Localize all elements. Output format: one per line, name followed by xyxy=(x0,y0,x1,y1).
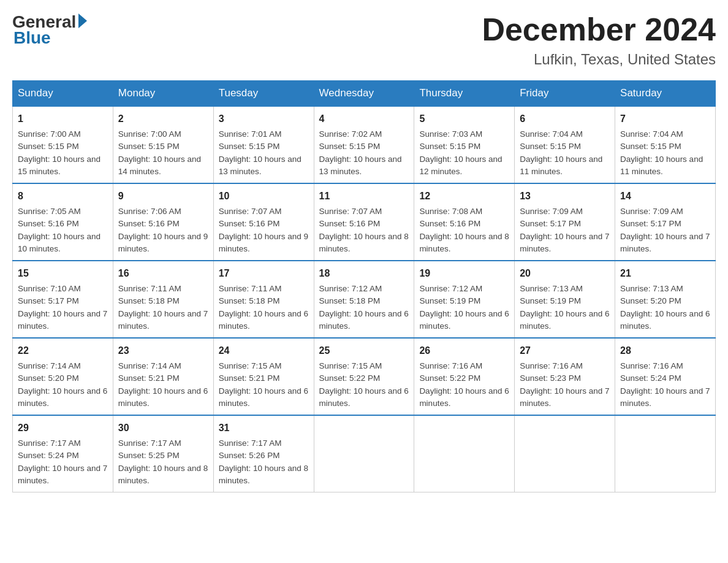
calendar-week-row: 8Sunrise: 7:05 AMSunset: 5:16 PMDaylight… xyxy=(13,183,716,261)
calendar-day-cell: 12Sunrise: 7:08 AMSunset: 5:16 PMDayligh… xyxy=(414,183,515,261)
calendar-header-tuesday: Tuesday xyxy=(213,81,314,107)
calendar-week-row: 22Sunrise: 7:14 AMSunset: 5:20 PMDayligh… xyxy=(13,338,716,415)
calendar-day-cell: 27Sunrise: 7:16 AMSunset: 5:23 PMDayligh… xyxy=(515,338,615,415)
calendar-day-cell: 29Sunrise: 7:17 AMSunset: 5:24 PMDayligh… xyxy=(13,415,113,492)
calendar-day-cell xyxy=(615,415,716,492)
day-number: 5 xyxy=(419,112,509,126)
calendar-header-saturday: Saturday xyxy=(615,81,716,107)
day-number: 10 xyxy=(219,189,309,204)
day-number: 29 xyxy=(18,421,108,435)
day-number: 18 xyxy=(319,266,409,281)
calendar-day-cell: 28Sunrise: 7:16 AMSunset: 5:24 PMDayligh… xyxy=(615,338,716,415)
day-number: 20 xyxy=(520,266,610,281)
day-number: 24 xyxy=(219,343,309,358)
calendar-day-cell: 14Sunrise: 7:09 AMSunset: 5:17 PMDayligh… xyxy=(615,183,716,261)
day-info: Sunrise: 7:09 AMSunset: 5:17 PMDaylight:… xyxy=(620,207,710,253)
day-info: Sunrise: 7:03 AMSunset: 5:15 PMDaylight:… xyxy=(419,129,502,176)
page-header: General Blue December 2024 Lufkin, Texas… xyxy=(12,12,716,68)
day-number: 26 xyxy=(419,343,509,358)
calendar-header-row: SundayMondayTuesdayWednesdayThursdayFrid… xyxy=(13,81,716,107)
day-info: Sunrise: 7:01 AMSunset: 5:15 PMDaylight:… xyxy=(219,129,301,176)
day-info: Sunrise: 7:00 AMSunset: 5:15 PMDaylight:… xyxy=(18,129,100,176)
day-info: Sunrise: 7:17 AMSunset: 5:25 PMDaylight:… xyxy=(118,439,208,485)
calendar-day-cell: 18Sunrise: 7:12 AMSunset: 5:18 PMDayligh… xyxy=(314,261,414,338)
calendar-week-row: 29Sunrise: 7:17 AMSunset: 5:24 PMDayligh… xyxy=(13,415,716,492)
calendar-header-wednesday: Wednesday xyxy=(314,81,414,107)
calendar-day-cell: 13Sunrise: 7:09 AMSunset: 5:17 PMDayligh… xyxy=(515,183,615,261)
day-info: Sunrise: 7:14 AMSunset: 5:21 PMDaylight:… xyxy=(118,361,208,408)
day-info: Sunrise: 7:16 AMSunset: 5:22 PMDaylight:… xyxy=(419,361,509,408)
day-number: 14 xyxy=(620,189,710,204)
day-info: Sunrise: 7:13 AMSunset: 5:20 PMDaylight:… xyxy=(620,284,710,331)
day-number: 28 xyxy=(620,343,710,358)
day-info: Sunrise: 7:12 AMSunset: 5:18 PMDaylight:… xyxy=(319,284,409,331)
calendar-header-friday: Friday xyxy=(515,81,615,107)
day-info: Sunrise: 7:12 AMSunset: 5:19 PMDaylight:… xyxy=(419,284,509,331)
day-number: 8 xyxy=(18,189,108,204)
calendar-day-cell: 10Sunrise: 7:07 AMSunset: 5:16 PMDayligh… xyxy=(213,183,314,261)
day-number: 17 xyxy=(219,266,309,281)
day-number: 31 xyxy=(219,421,309,435)
day-info: Sunrise: 7:13 AMSunset: 5:19 PMDaylight:… xyxy=(520,284,609,331)
calendar-header-thursday: Thursday xyxy=(414,81,515,107)
calendar-day-cell: 4Sunrise: 7:02 AMSunset: 5:15 PMDaylight… xyxy=(314,106,414,183)
logo: General Blue xyxy=(12,12,87,48)
day-info: Sunrise: 7:02 AMSunset: 5:15 PMDaylight:… xyxy=(319,129,402,176)
calendar-header-sunday: Sunday xyxy=(13,81,113,107)
calendar-day-cell: 20Sunrise: 7:13 AMSunset: 5:19 PMDayligh… xyxy=(515,261,615,338)
day-number: 6 xyxy=(520,112,610,126)
day-info: Sunrise: 7:16 AMSunset: 5:24 PMDaylight:… xyxy=(620,361,710,408)
calendar-day-cell: 11Sunrise: 7:07 AMSunset: 5:16 PMDayligh… xyxy=(314,183,414,261)
day-info: Sunrise: 7:06 AMSunset: 5:16 PMDaylight:… xyxy=(118,207,208,253)
day-info: Sunrise: 7:08 AMSunset: 5:16 PMDaylight:… xyxy=(419,207,509,253)
calendar-day-cell: 21Sunrise: 7:13 AMSunset: 5:20 PMDayligh… xyxy=(615,261,716,338)
calendar-day-cell: 17Sunrise: 7:11 AMSunset: 5:18 PMDayligh… xyxy=(213,261,314,338)
calendar-day-cell: 24Sunrise: 7:15 AMSunset: 5:21 PMDayligh… xyxy=(213,338,314,415)
day-number: 22 xyxy=(18,343,108,358)
day-info: Sunrise: 7:05 AMSunset: 5:16 PMDaylight:… xyxy=(18,207,100,253)
day-number: 7 xyxy=(620,112,710,126)
day-number: 2 xyxy=(118,112,208,126)
day-info: Sunrise: 7:15 AMSunset: 5:22 PMDaylight:… xyxy=(319,361,409,408)
day-info: Sunrise: 7:07 AMSunset: 5:16 PMDaylight:… xyxy=(319,207,409,253)
day-number: 4 xyxy=(319,112,409,126)
calendar-day-cell xyxy=(414,415,515,492)
day-info: Sunrise: 7:16 AMSunset: 5:23 PMDaylight:… xyxy=(520,361,609,408)
day-number: 9 xyxy=(118,189,208,204)
day-info: Sunrise: 7:04 AMSunset: 5:15 PMDaylight:… xyxy=(520,129,602,176)
day-info: Sunrise: 7:14 AMSunset: 5:20 PMDaylight:… xyxy=(18,361,107,408)
day-number: 27 xyxy=(520,343,610,358)
day-number: 12 xyxy=(419,189,509,204)
logo-arrow-icon xyxy=(78,13,87,28)
calendar-day-cell: 30Sunrise: 7:17 AMSunset: 5:25 PMDayligh… xyxy=(113,415,213,492)
calendar-day-cell: 25Sunrise: 7:15 AMSunset: 5:22 PMDayligh… xyxy=(314,338,414,415)
day-info: Sunrise: 7:09 AMSunset: 5:17 PMDaylight:… xyxy=(520,207,609,253)
location-label: Lufkin, Texas, United States xyxy=(482,51,716,68)
title-section: December 2024 Lufkin, Texas, United Stat… xyxy=(482,12,716,68)
calendar-day-cell: 3Sunrise: 7:01 AMSunset: 5:15 PMDaylight… xyxy=(213,106,314,183)
day-number: 15 xyxy=(18,266,108,281)
day-info: Sunrise: 7:11 AMSunset: 5:18 PMDaylight:… xyxy=(118,284,208,331)
calendar-day-cell: 26Sunrise: 7:16 AMSunset: 5:22 PMDayligh… xyxy=(414,338,515,415)
calendar-day-cell: 5Sunrise: 7:03 AMSunset: 5:15 PMDaylight… xyxy=(414,106,515,183)
calendar-day-cell: 23Sunrise: 7:14 AMSunset: 5:21 PMDayligh… xyxy=(113,338,213,415)
calendar-week-row: 15Sunrise: 7:10 AMSunset: 5:17 PMDayligh… xyxy=(13,261,716,338)
calendar-day-cell: 19Sunrise: 7:12 AMSunset: 5:19 PMDayligh… xyxy=(414,261,515,338)
day-info: Sunrise: 7:04 AMSunset: 5:15 PMDaylight:… xyxy=(620,129,703,176)
day-number: 21 xyxy=(620,266,710,281)
calendar-day-cell: 7Sunrise: 7:04 AMSunset: 5:15 PMDaylight… xyxy=(615,106,716,183)
calendar-week-row: 1Sunrise: 7:00 AMSunset: 5:15 PMDaylight… xyxy=(13,106,716,183)
calendar-day-cell: 1Sunrise: 7:00 AMSunset: 5:15 PMDaylight… xyxy=(13,106,113,183)
calendar-day-cell: 6Sunrise: 7:04 AMSunset: 5:15 PMDaylight… xyxy=(515,106,615,183)
calendar-day-cell: 22Sunrise: 7:14 AMSunset: 5:20 PMDayligh… xyxy=(13,338,113,415)
calendar-day-cell xyxy=(314,415,414,492)
calendar-day-cell: 15Sunrise: 7:10 AMSunset: 5:17 PMDayligh… xyxy=(13,261,113,338)
logo-blue-label: Blue xyxy=(13,28,51,48)
day-number: 23 xyxy=(118,343,208,358)
calendar-day-cell: 8Sunrise: 7:05 AMSunset: 5:16 PMDaylight… xyxy=(13,183,113,261)
month-title: December 2024 xyxy=(482,12,716,47)
calendar-day-cell: 9Sunrise: 7:06 AMSunset: 5:16 PMDaylight… xyxy=(113,183,213,261)
day-number: 25 xyxy=(319,343,409,358)
calendar-header-monday: Monday xyxy=(113,81,213,107)
day-info: Sunrise: 7:10 AMSunset: 5:17 PMDaylight:… xyxy=(18,284,107,331)
